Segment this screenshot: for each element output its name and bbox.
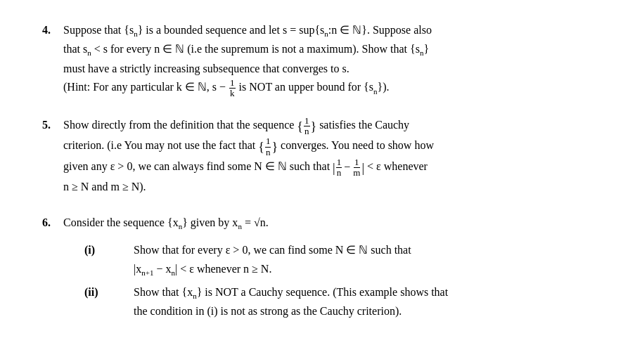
problem-5-line1: Show directly from the definition that t…: [63, 116, 593, 137]
problem-5-line3: given any ε > 0, we can always find some…: [63, 157, 593, 178]
problem-4-hint: (Hint: For any particular k ∈ ℕ, s − 1 k…: [63, 78, 593, 99]
problem-6-intro: Consider the sequence {xn} given by xn =…: [63, 214, 593, 233]
problem-4-text: Suppose that {sn} is a bounded sequence …: [63, 21, 593, 99]
problem-6-number: 6.: [42, 214, 59, 232]
problem-4-line1: Suppose that {sn} is a bounded sequence …: [63, 21, 593, 40]
problem-5: 5. Show directly from the definition tha…: [42, 116, 593, 197]
sub-ii-text: Show that {xn} is NOT a Cauchy sequence.…: [134, 283, 593, 321]
problem-4-line3: must have a strictly increasing subseque…: [63, 60, 593, 78]
problem-5-line2: criterion. (i.e You may not use the fact…: [63, 136, 593, 157]
sub-ii-line2: the condition in (i) is not as strong as…: [134, 302, 593, 320]
sub-ii-line1: Show that {xn} is NOT a Cauchy sequence.…: [134, 283, 593, 302]
hint-fraction: 1 k: [229, 78, 236, 99]
problem-5-number: 5.: [42, 116, 59, 134]
sub-ii-label: (ii): [63, 283, 134, 321]
sub-i-line2: |xn+1 − xn| < ε whenever n ≥ N.: [134, 260, 593, 279]
problem-5-text: Show directly from the definition that t…: [63, 116, 593, 197]
problem-4-line2: that sn < s for every n ∈ ℕ (i.e the sup…: [63, 40, 593, 59]
sub-i-line1: Show that for every ε > 0, we can find s…: [134, 241, 593, 259]
seq-fraction-2: 1n: [265, 136, 271, 157]
problem-6-text: Consider the sequence {xn} given by xn =…: [63, 214, 593, 321]
problem-4-number: 4.: [42, 21, 59, 39]
problem-6: 6. Consider the sequence {xn} given by x…: [42, 214, 593, 321]
problem-5-line4: n ≥ N and m ≥ N).: [63, 178, 593, 196]
sub-i-label: (i): [63, 241, 134, 279]
problem-4: 4. Suppose that {sn} is a bounded sequen…: [42, 21, 593, 99]
problem-6-sub-ii: (ii) Show that {xn} is NOT a Cauchy sequ…: [63, 283, 593, 321]
abs-frac-1: 1n: [336, 157, 342, 178]
sub-i-text: Show that for every ε > 0, we can find s…: [134, 241, 593, 279]
problem-6-sub-i: (i) Show that for every ε > 0, we can fi…: [63, 241, 593, 279]
seq-fraction-1: 1n: [304, 116, 310, 137]
abs-frac-2: 1m: [352, 157, 361, 178]
